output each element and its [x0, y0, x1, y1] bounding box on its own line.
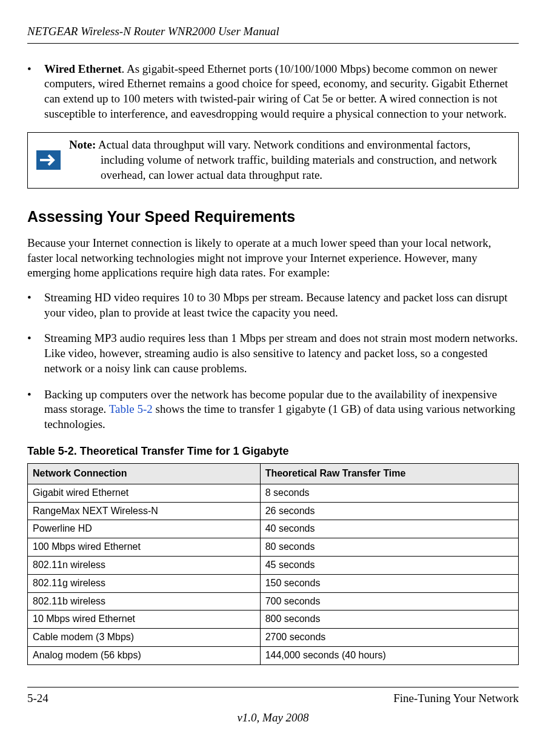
arrow-icon	[36, 150, 61, 170]
list-item: • Streaming MP3 audio requires less than…	[27, 331, 519, 376]
list-item: • Backing up computers over the network …	[27, 387, 519, 432]
bullet-marker: •	[27, 62, 44, 122]
table-cell: Analog modem (56 kbps)	[28, 646, 261, 664]
table-cell: 100 Mbps wired Ethernet	[28, 538, 261, 557]
list-item: • Streaming HD video requires 10 to 30 M…	[27, 290, 519, 320]
table-row: Cable modem (3 Mbps)2700 seconds	[28, 629, 519, 647]
table-cell: 80 seconds	[260, 538, 518, 557]
table-cell: Powerline HD	[28, 520, 261, 538]
wired-ethernet-content: Wired Ethernet. As gigabit-speed Etherne…	[44, 62, 519, 122]
wired-ethernet-label: Wired Ethernet	[44, 62, 122, 75]
list-item-text: Streaming MP3 audio requires less than 1…	[44, 331, 519, 376]
note-box: Note: Actual data throughput will vary. …	[27, 132, 519, 188]
bullet-marker: •	[27, 387, 44, 432]
table-row: Powerline HD40 seconds	[28, 520, 519, 538]
table-cell: 802.11b wireless	[28, 592, 261, 610]
wired-ethernet-item: • Wired Ethernet. As gigabit-speed Ether…	[27, 62, 519, 122]
chapter-title: Fine-Tuning Your Network	[393, 691, 519, 706]
table-row: 802.11b wireless700 seconds	[28, 592, 519, 610]
intro-paragraph: Because your Internet connection is like…	[27, 236, 519, 281]
manual-title: NETGEAR Wireless-N Router WNR2000 User M…	[27, 25, 279, 38]
table-cell: 8 seconds	[260, 484, 518, 502]
page-footer: 5-24 Fine-Tuning Your Network	[27, 687, 519, 706]
page-header: NETGEAR Wireless-N Router WNR2000 User M…	[27, 24, 519, 44]
table-row: 802.11n wireless45 seconds	[28, 556, 519, 574]
table-cell: 802.11n wireless	[28, 556, 261, 574]
table-link[interactable]: Table 5-2	[109, 403, 153, 415]
table-cell: 26 seconds	[260, 502, 518, 520]
table-header: Theoretical Raw Transfer Time	[260, 463, 518, 484]
note-label: Note:	[69, 138, 96, 151]
page-number: 5-24	[27, 691, 48, 706]
bullet-marker: •	[27, 331, 44, 376]
table-cell: Gigabit wired Ethernet	[28, 484, 261, 502]
note-icon-cell	[28, 133, 69, 187]
transfer-time-table: Network Connection Theoretical Raw Trans…	[27, 463, 519, 665]
table-cell: 40 seconds	[260, 520, 518, 538]
table-cell: 144,000 seconds (40 hours)	[260, 646, 518, 664]
list-item-content: Backing up computers over the network ha…	[44, 387, 519, 432]
table-cell: 45 seconds	[260, 556, 518, 574]
table-header: Network Connection	[28, 463, 261, 484]
note-text-cell: Note: Actual data throughput will vary. …	[69, 133, 518, 187]
table-cell: 150 seconds	[260, 574, 518, 592]
table-header-row: Network Connection Theoretical Raw Trans…	[28, 463, 519, 484]
table-cell: Cable modem (3 Mbps)	[28, 629, 261, 647]
table-cell: RangeMax NEXT Wireless-N	[28, 502, 261, 520]
table-cell: 802.11g wireless	[28, 574, 261, 592]
table-row: Analog modem (56 kbps)144,000 seconds (4…	[28, 646, 519, 664]
table-cell: 700 seconds	[260, 592, 518, 610]
section-heading: Assessing Your Speed Requirements	[27, 207, 519, 227]
version-info: v1.0, May 2008	[27, 711, 519, 726]
table-row: Gigabit wired Ethernet8 seconds	[28, 484, 519, 502]
table-cell: 2700 seconds	[260, 629, 518, 647]
table-cell: 10 Mbps wired Ethernet	[28, 610, 261, 629]
list-item-text: Streaming HD video requires 10 to 30 Mbp…	[44, 290, 519, 320]
note-text: Actual data throughput will vary. Networ…	[96, 138, 497, 181]
table-row: RangeMax NEXT Wireless-N26 seconds	[28, 502, 519, 520]
table-row: 100 Mbps wired Ethernet80 seconds	[28, 538, 519, 557]
table-row: 10 Mbps wired Ethernet800 seconds	[28, 610, 519, 629]
table-caption: Table 5-2. Theoretical Transfer Time for…	[27, 444, 519, 458]
table-row: 802.11g wireless150 seconds	[28, 574, 519, 592]
table-cell: 800 seconds	[260, 610, 518, 629]
bullet-marker: •	[27, 290, 44, 320]
